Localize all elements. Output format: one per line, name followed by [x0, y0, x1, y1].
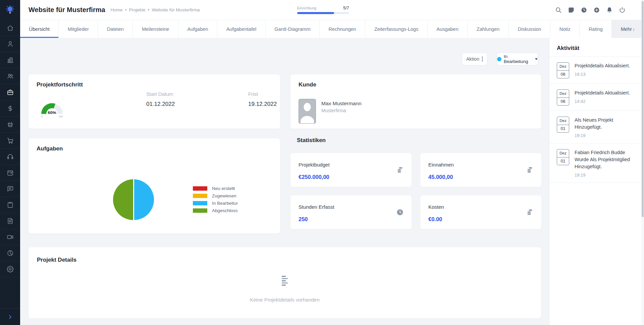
stat-card-costs: Kosten €0.00: [420, 195, 541, 229]
breadcrumb-current[interactable]: Website für Musterfirma: [152, 7, 200, 12]
main-content: Aktion In Bearbeitung Projektfortschritt…: [20, 38, 549, 325]
gauge-min-label: 0: [41, 115, 43, 118]
tab-dateien[interactable]: Dateien: [98, 20, 133, 38]
search-button[interactable]: [555, 6, 562, 13]
tab-rating[interactable]: Rating: [580, 20, 612, 38]
tab-aufgabentafel[interactable]: Aufgabentafel: [217, 20, 266, 38]
tab-rechnungen[interactable]: Rechnungen: [320, 20, 365, 38]
activity-time: 14:42: [575, 99, 630, 104]
empty-lines-icon: [282, 276, 288, 286]
activity-text: Fabian Friedrich Budde Wurde Als Projekt…: [575, 149, 637, 170]
sidebar-item-clients[interactable]: [0, 36, 20, 52]
tab-ausgaben[interactable]: Ausgaben: [428, 20, 468, 38]
tab-gantt-diagramm[interactable]: Gantt-Diagramm: [266, 20, 320, 38]
sidebar-item-meetings[interactable]: [0, 229, 20, 245]
top-header: Website für Musterfirma Home • Projekte …: [20, 0, 644, 20]
sidebar-item-team[interactable]: [0, 68, 20, 84]
sidebar-item-tasks[interactable]: [0, 197, 20, 213]
client-card: Kunde Max Mustermann Musterfirma: [290, 74, 541, 129]
action-button[interactable]: Aktion: [462, 53, 487, 65]
activity-item: Dez 01 Als Neues Projekt Hinzugefügt. 19…: [549, 111, 644, 143]
project-details-card: Projekt Details Keine Projektdetails vor…: [29, 247, 541, 318]
quick-add-button[interactable]: [593, 6, 600, 13]
legend-item: Neu erstellt: [193, 185, 238, 192]
setup-progress-fill: [297, 12, 334, 14]
sidebar-item-orders[interactable]: [0, 133, 20, 149]
sidebar-item-calendar[interactable]: [0, 165, 20, 181]
setup-progress[interactable]: Einrichtung 5/7: [297, 6, 349, 14]
notes-button[interactable]: [568, 6, 575, 13]
status-label: In Bearbeitung: [504, 54, 533, 64]
stat-value: €0.00: [428, 216, 442, 222]
progress-card-title: Projektfortschritt: [37, 81, 83, 88]
header-icons: [555, 6, 626, 13]
tab-zahlungen[interactable]: Zahlungen: [468, 20, 509, 38]
clock-icon: [396, 208, 404, 216]
tab-mitglieder[interactable]: Mitglieder: [59, 20, 98, 38]
bell-icon: [606, 7, 613, 13]
home-icon: [7, 24, 14, 31]
app-logo[interactable]: [0, 0, 20, 20]
logout-button[interactable]: [619, 6, 626, 13]
video-icon: [7, 234, 14, 241]
plus-circle-icon: [593, 7, 600, 13]
tab-notiz[interactable]: Notiz: [550, 20, 580, 38]
legend-swatch-yellow: [193, 194, 207, 198]
statistics-title: Statistiken: [297, 137, 326, 144]
tab-zeiterfassungs-logs[interactable]: Zeiterfassungs-Logs: [365, 20, 427, 38]
chevron-down-icon: [535, 58, 538, 60]
legend-item: Zugewiesen: [193, 192, 238, 199]
activity-date-badge: Dez 06: [557, 89, 569, 106]
activity-panel: Aktivität Dez 06 Projektdetails Aktualis…: [549, 38, 644, 325]
power-icon: [619, 7, 626, 13]
breadcrumb-home[interactable]: Home: [111, 7, 123, 12]
sidebar-item-reports[interactable]: [0, 245, 20, 261]
sidebar-item-support[interactable]: [0, 149, 20, 165]
user-icon: [7, 41, 14, 48]
sidebar-item-settings[interactable]: [0, 261, 20, 277]
tab-meilensteine[interactable]: Meilensteine: [133, 20, 178, 38]
client-avatar[interactable]: [299, 99, 316, 124]
start-date-block: Start Datum 01.12.2022: [146, 91, 175, 108]
sidebar-item-home[interactable]: [0, 20, 20, 36]
sidebar-item-products[interactable]: [0, 117, 20, 133]
page-title: Website für Musterfirma: [29, 6, 105, 14]
sidebar-item-finance[interactable]: [0, 101, 20, 117]
client-name-link[interactable]: Max Mustermann: [321, 101, 362, 107]
dollar-icon: [7, 105, 14, 112]
project-tabbar: Übersicht Mitglieder Dateien Meilenstein…: [20, 20, 644, 38]
sidebar-item-messages[interactable]: [0, 181, 20, 197]
tab-aufgaben[interactable]: Aufgaben: [178, 20, 217, 38]
sidebar-collapse-toggle[interactable]: [0, 308, 20, 325]
tab-uebersicht[interactable]: Übersicht: [20, 20, 59, 38]
scrollbar-thumb[interactable]: [642, 1, 644, 217]
down-arrow-icon: ↓: [633, 26, 635, 31]
breadcrumb-projects[interactable]: Projekte: [129, 7, 146, 12]
tab-diskussion[interactable]: Diskussion: [509, 20, 550, 38]
progress-gauge: 60% 0 100: [41, 103, 63, 118]
sidebar-item-work[interactable]: [0, 84, 20, 101]
briefcase-icon: [7, 89, 14, 96]
tab-mehr[interactable]: Mehr↓: [612, 20, 644, 38]
legend-swatch-red: [193, 186, 207, 191]
users-icon: [7, 73, 14, 80]
status-dot: [497, 57, 501, 61]
activity-time: 19:19: [575, 133, 637, 138]
timer-button[interactable]: [580, 6, 587, 13]
stat-card-hours: Stunden Erfasst 250: [290, 195, 412, 229]
deadline-label: Frist: [248, 91, 277, 97]
notifications-button[interactable]: [606, 6, 613, 13]
kebab-menu-icon: [482, 56, 483, 62]
breadcrumb: Home • Projekte • Website für Musterfirm…: [111, 7, 200, 12]
stat-value: 250: [299, 216, 308, 222]
basket-icon: [7, 121, 14, 128]
status-dropdown[interactable]: In Bearbeitung: [497, 53, 538, 65]
deadline-value: 19.12.2022: [248, 101, 277, 108]
coins-icon: [526, 166, 534, 174]
activity-date-badge: Dez 01: [557, 149, 569, 165]
legend-swatch-green: [193, 208, 207, 213]
stat-value: €250.000,00: [299, 174, 329, 180]
activity-time: 16:13: [575, 72, 630, 77]
sidebar-item-notes[interactable]: [0, 213, 20, 229]
sidebar-item-company[interactable]: [0, 52, 20, 68]
